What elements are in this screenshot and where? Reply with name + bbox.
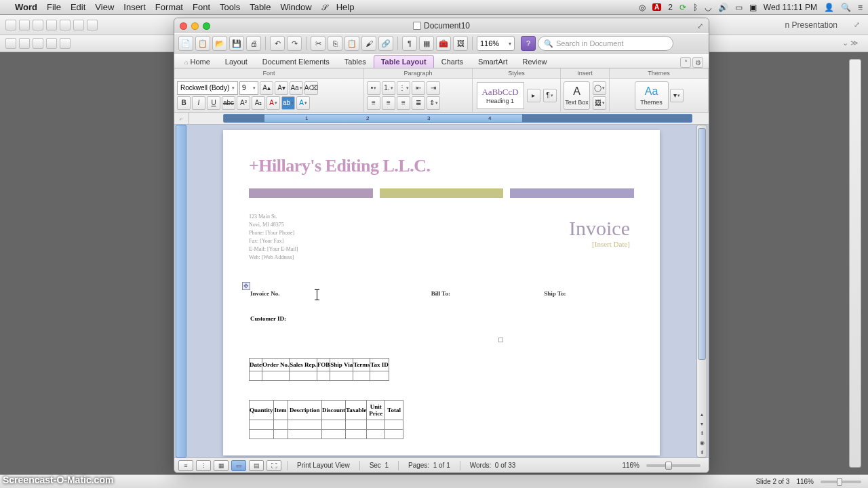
host-chevron-icon[interactable]: ⌄ ≫ — [842, 39, 863, 47]
tab-tables[interactable]: Tables — [337, 55, 374, 68]
text-effects-button[interactable]: A — [296, 96, 310, 110]
bluetooth-icon[interactable]: ᛒ — [693, 3, 698, 12]
fullscreen-view-button[interactable]: ⛶ — [267, 460, 281, 471]
new-doc-button[interactable]: 📄 — [178, 36, 193, 51]
invoice-info-row[interactable]: Invoice No. Bill To: Ship To: — [250, 290, 630, 297]
th-unit-price[interactable]: Unit Price — [367, 401, 385, 420]
font-size-dropdown[interactable]: 9 — [239, 81, 258, 95]
highlight-button[interactable]: ab — [281, 96, 295, 110]
th-terms[interactable]: Terms — [353, 359, 370, 371]
browse-object-icon[interactable]: ◉ — [697, 438, 707, 447]
battery-icon[interactable]: ▭ — [735, 3, 743, 12]
clear-formatting-button[interactable]: A⌫ — [304, 81, 318, 95]
save-button[interactable]: 💾 — [229, 36, 244, 51]
th-fob[interactable]: FOB — [317, 359, 330, 371]
align-right-button[interactable]: ≡ — [397, 96, 410, 110]
bold-button[interactable]: B — [177, 96, 191, 110]
paste-button[interactable]: 📋 — [344, 36, 359, 51]
tab-smartart[interactable]: SmartArt — [471, 55, 515, 68]
menu-insert[interactable]: Insert — [123, 2, 146, 12]
template-button[interactable]: 📋 — [195, 36, 210, 51]
host-tool-icon[interactable] — [60, 20, 71, 30]
ribbon-settings-button[interactable]: ⚙ — [692, 57, 703, 68]
quicktime-icon[interactable]: ◎ — [639, 3, 646, 12]
font-color-button[interactable]: A — [267, 96, 280, 110]
th-total[interactable]: Total — [385, 401, 403, 420]
vertical-ruler[interactable] — [176, 125, 186, 458]
invoice-date[interactable]: [Insert Date] — [592, 240, 630, 248]
tab-table-layout[interactable]: Table Layout — [374, 55, 434, 68]
table-resize-handle[interactable] — [498, 338, 503, 342]
align-center-button[interactable]: ≡ — [382, 96, 395, 110]
customer-id-label[interactable]: Customer ID: — [250, 315, 286, 322]
draft-view-button[interactable]: ≡ — [178, 460, 193, 471]
copy-button[interactable]: ⎘ — [328, 36, 342, 51]
menu-window[interactable]: Window — [280, 2, 311, 12]
host-tool-icon[interactable] — [87, 20, 98, 30]
host-collapse-icon[interactable]: ⤢ — [854, 20, 863, 29]
help-button[interactable]: ? — [521, 36, 536, 51]
ribbon-collapse-button[interactable]: ˄ — [680, 57, 691, 68]
menu-format[interactable]: Format — [155, 2, 183, 12]
menu-extras-icon[interactable]: ≡ — [858, 3, 863, 12]
indent-button[interactable]: ⇥ — [427, 81, 440, 95]
th-item[interactable]: Item — [273, 401, 288, 420]
search-field[interactable]: 🔍 Search in Document — [538, 36, 673, 51]
outdent-button[interactable]: ⇤ — [412, 81, 425, 95]
align-left-button[interactable]: ≡ — [367, 96, 380, 110]
sidebar-button[interactable]: ▦ — [419, 36, 434, 51]
format-painter-button[interactable]: 🖌 — [361, 36, 376, 51]
tab-home[interactable]: ⌂Home — [177, 55, 218, 68]
picture-button[interactable]: 🖼 — [593, 96, 606, 110]
redo-button[interactable]: ↷ — [287, 36, 302, 51]
clock[interactable]: Wed 11:11 PM — [764, 3, 817, 12]
font-name-dropdown[interactable]: Rockwell (Body) — [177, 81, 238, 95]
host-tool-icon[interactable] — [5, 20, 16, 30]
zoom-slider[interactable] — [646, 464, 701, 467]
host-tool-icon[interactable] — [33, 38, 43, 49]
menu-file[interactable]: File — [47, 2, 61, 12]
host-tool-icon[interactable] — [46, 20, 57, 30]
notebook-view-button[interactable]: ▤ — [249, 460, 264, 471]
subscript-button[interactable]: A₂ — [252, 96, 265, 110]
menu-help[interactable]: Help — [336, 2, 355, 12]
toolbox-button[interactable]: 🧰 — [436, 36, 451, 51]
date-icon[interactable]: ▣ — [749, 3, 757, 12]
outline-view-button[interactable]: ⋮ — [196, 460, 211, 471]
tab-document-elements[interactable]: Document Elements — [255, 55, 337, 68]
print-layout-view-button[interactable]: ▭ — [231, 460, 246, 471]
textbox-button[interactable]: A Text Box — [564, 81, 590, 110]
adobe-icon[interactable]: A — [652, 3, 661, 11]
minimize-button[interactable] — [191, 22, 199, 30]
ruler[interactable]: ⌐ 1 2 3 4 — [174, 113, 709, 125]
show-button[interactable]: ¶ — [402, 36, 417, 51]
tab-charts[interactable]: Charts — [434, 55, 471, 68]
grow-font-button[interactable]: A▴ — [260, 81, 273, 95]
company-name[interactable]: +Hillary's Editing L.L.C. — [223, 130, 660, 176]
style-preview[interactable]: AaBbCcD Heading 1 — [477, 82, 524, 109]
zoom-level[interactable]: 116% — [622, 462, 639, 469]
app-menu[interactable]: Word — [15, 2, 37, 12]
line-spacing-button[interactable]: ⇕ — [427, 96, 440, 110]
undo-button[interactable]: ↶ — [270, 36, 285, 51]
change-case-button[interactable]: Aa — [290, 81, 303, 95]
menu-edit[interactable]: Edit — [71, 2, 85, 12]
strikethrough-button[interactable]: abc — [222, 96, 235, 110]
th-date[interactable]: Date — [250, 359, 262, 371]
horizontal-ruler[interactable]: 1 2 3 4 — [223, 114, 692, 123]
publishing-view-button[interactable]: ▦ — [214, 460, 229, 471]
document-page[interactable]: +Hillary's Editing L.L.C. 123 Main St. N… — [223, 130, 660, 455]
styles-pane-button[interactable]: ¶ — [543, 89, 557, 102]
host-tool-icon[interactable] — [60, 38, 71, 49]
word-titlebar[interactable]: Document10 ⤢ — [174, 18, 709, 33]
bullets-button[interactable]: • — [367, 81, 380, 95]
print-button[interactable]: 🖨 — [246, 36, 261, 51]
th-taxable[interactable]: Taxable — [346, 401, 367, 420]
line-items-table[interactable]: Quantity Item Description Discount Taxab… — [249, 400, 403, 439]
wifi-icon[interactable]: ◡ — [705, 3, 711, 12]
prev-page-icon[interactable]: ⇞ — [697, 428, 707, 438]
italic-button[interactable]: I — [192, 96, 205, 110]
tab-review[interactable]: Review — [515, 55, 555, 68]
zoom-button[interactable] — [203, 22, 210, 30]
numbering-button[interactable]: 1. — [382, 81, 395, 95]
